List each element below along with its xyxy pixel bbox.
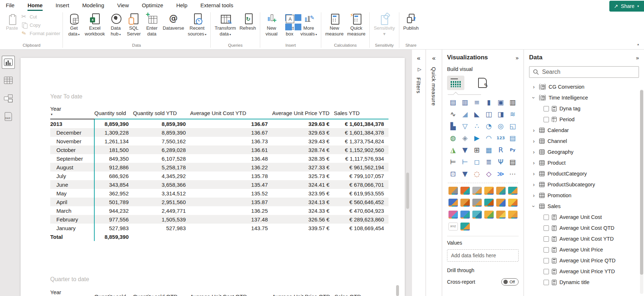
- donut-chart-icon[interactable]: ◎: [495, 121, 507, 131]
- tree-item-dynamic-title[interactable]: Dynamic title: [529, 277, 639, 288]
- treemap-icon[interactable]: ◱: [507, 121, 519, 131]
- column-header-sales-qtd[interactable]: Sales QTD: [335, 289, 389, 296]
- share-button[interactable]: ↗ Share ▾: [609, 1, 644, 12]
- more-visuals-options-icon[interactable]: ⋯: [507, 169, 519, 179]
- custom-visual-16-icon[interactable]: [483, 209, 495, 220]
- tree-item-channel[interactable]: ›Channel: [529, 136, 639, 147]
- tree-item-calendar[interactable]: ›Calendar: [529, 125, 639, 136]
- checkbox-average-unit-price[interactable]: [544, 247, 549, 253]
- custom-visual-15-icon[interactable]: [471, 209, 483, 220]
- tree-item-geography[interactable]: ›Geography: [529, 147, 639, 157]
- dax-query-view-button[interactable]: [2, 110, 14, 123]
- tree-item-average-unit-cost-qtd[interactable]: Average Unit Cost QTD: [529, 223, 639, 233]
- table-row-april[interactable]: April501,7892,951,560135.87324.13 €€ 560…: [50, 198, 388, 206]
- 100-stacked-column-chart-icon[interactable]: ▥: [507, 97, 519, 107]
- values-field-well[interactable]: Add data fields here: [447, 249, 519, 262]
- qa-visual-icon[interactable]: ◻: [471, 157, 483, 167]
- table-row-july[interactable]: July686,9264,345,292135.78325.73 €€ 799,…: [50, 172, 388, 180]
- table-row-november[interactable]: November1,261,1347,550,162136.73329.43 €…: [50, 137, 388, 145]
- report-view-button[interactable]: [2, 56, 14, 68]
- cut-button[interactable]: Cut: [21, 13, 60, 20]
- area-chart-icon[interactable]: ◢: [459, 109, 471, 119]
- tab-help[interactable]: Help: [176, 2, 188, 10]
- checkbox-average-unit-price-ytd[interactable]: [544, 269, 549, 274]
- metrics-icon[interactable]: Ψ: [495, 157, 507, 167]
- sensitivity-button[interactable]: Sensitivity▾: [372, 12, 397, 38]
- custom-visual-10-icon[interactable]: [483, 197, 495, 208]
- chevron-collapsed-icon[interactable]: ›: [531, 171, 536, 177]
- column-header-quantity-sold[interactable]: Quantity sold: [94, 106, 133, 119]
- table-row-january[interactable]: January527,983527,983143.75339.57 €€ 108…: [50, 224, 388, 232]
- excel-workbook-button[interactable]: Excelworkbook: [83, 12, 107, 38]
- checkbox-average-unit-cost-qtd[interactable]: [544, 225, 549, 231]
- qtd-table[interactable]: Year▼Quantity soldQuantity sold QTDAvera…: [50, 289, 389, 296]
- custom-visual-17-icon[interactable]: [495, 209, 507, 220]
- ribbon-chart-icon[interactable]: ≋: [507, 109, 519, 119]
- r-script-visual-icon[interactable]: R: [495, 145, 507, 155]
- tree-item-productsubcategory[interactable]: ›ProductSubcategory: [529, 179, 639, 190]
- quick-measure-pane-collapsed[interactable]: « Quick measure: [426, 50, 442, 296]
- tree-item-product[interactable]: ›Product: [529, 157, 639, 168]
- custom-visual-14-icon[interactable]: [459, 209, 471, 220]
- matrix-icon[interactable]: ▦: [483, 145, 495, 155]
- more-visuals-button[interactable]: Morevisuals▾: [299, 12, 319, 38]
- line-and-clustered-column-chart-icon[interactable]: ◨: [495, 109, 507, 119]
- filters-pane-collapsed[interactable]: « ▽ Filters: [412, 50, 425, 296]
- stacked-bar-chart-icon[interactable]: ▤: [447, 97, 459, 107]
- dataverse-button[interactable]: Dataverse: [161, 12, 186, 32]
- format-visual-tab[interactable]: [474, 76, 491, 90]
- python-visual-icon[interactable]: Py: [507, 145, 519, 155]
- expand-pane-icon[interactable]: «: [417, 55, 420, 62]
- column-header-average-unit-price-ytd[interactable]: Average Unit Price YTD: [272, 106, 334, 119]
- column-header-year[interactable]: Year▼: [50, 106, 94, 119]
- column-header-average-unit-price-qtd[interactable]: Average Unit Price QTD: [272, 289, 335, 296]
- ytd-table[interactable]: Year▼Quantity soldQuantity sold YTDAvera…: [50, 106, 388, 241]
- cross-report-toggle[interactable]: Off: [501, 278, 519, 286]
- slicer-icon[interactable]: ▼: [459, 145, 471, 155]
- checkbox-average-unit-cost[interactable]: [544, 215, 549, 220]
- recent-sources-button[interactable]: Recentsources▾: [186, 12, 208, 38]
- custom-visual-8-icon[interactable]: [459, 197, 471, 208]
- tab-optimize[interactable]: Optimize: [142, 2, 163, 10]
- search-input[interactable]: Search: [529, 66, 639, 78]
- chevron-expanded-icon[interactable]: ›: [531, 95, 537, 100]
- tree-item-average-unit-price[interactable]: Average Unit Price: [529, 244, 639, 255]
- 100-stacked-bar-chart-icon[interactable]: ▣: [495, 97, 507, 107]
- chevron-collapsed-icon[interactable]: ›: [531, 182, 536, 187]
- collapse-panel-icon[interactable]: »: [516, 55, 519, 61]
- kpi-icon[interactable]: ◮: [447, 145, 459, 155]
- data-hub-button[interactable]: Datahub▾: [107, 12, 125, 38]
- custom-visual-3-icon[interactable]: [471, 185, 483, 196]
- column-header-sales-ytd[interactable]: Sales YTD: [334, 106, 388, 119]
- waterfall-chart-icon[interactable]: ▙: [447, 121, 459, 131]
- stacked-area-chart-icon[interactable]: ◣: [471, 109, 483, 119]
- key-influencers-icon[interactable]: ⊨: [447, 157, 459, 167]
- transform-data-button[interactable]: Transformdata▾: [213, 12, 238, 38]
- refresh-button[interactable]: Refresh: [238, 12, 258, 32]
- tab-external-tools[interactable]: External tools: [201, 2, 233, 10]
- table-row-december[interactable]: December1,309,2288,859,390136.67329.63 €…: [50, 128, 388, 137]
- tree-item-sales[interactable]: ›Sales: [529, 201, 639, 212]
- quick-measure-button[interactable]: Quickmeasure: [345, 12, 368, 38]
- new-visual-button[interactable]: Newvisual: [262, 12, 280, 38]
- tree-item-average-unit-cost-ytd[interactable]: Average Unit Cost YTD: [529, 233, 639, 244]
- multi-row-card-icon[interactable]: ▤: [507, 133, 519, 143]
- custom-visual-4-icon[interactable]: [483, 185, 495, 196]
- custom-visual-12-icon[interactable]: [507, 197, 519, 208]
- tab-view[interactable]: View: [117, 2, 129, 10]
- decomposition-tree-icon[interactable]: ⊢: [459, 157, 471, 167]
- smart-narrative-icon[interactable]: ≣: [483, 157, 495, 167]
- tree-item-promotion[interactable]: ›Promotion: [529, 190, 639, 201]
- ribbon-collapse-icon[interactable]: ▴: [637, 42, 639, 46]
- column-header-average-unit-cost-qtd[interactable]: Average Unit Cost QTD: [190, 289, 272, 296]
- tab-modeling[interactable]: Modeling: [82, 2, 104, 10]
- clustered-column-chart-icon[interactable]: ▮: [483, 97, 495, 107]
- column-header-quantity-sold-ytd[interactable]: Quantity sold YTD: [133, 106, 190, 119]
- clustered-bar-chart-icon[interactable]: ≡: [471, 97, 483, 107]
- table-row-september[interactable]: September849,3506,107,528136.48328.35 €€…: [50, 154, 388, 163]
- azure-map-icon[interactable]: ▶: [471, 133, 483, 143]
- custom-visual-6-icon[interactable]: [507, 185, 519, 196]
- get-data-button[interactable]: Getdata▾: [65, 12, 83, 38]
- sql-server-button[interactable]: SQLServer: [125, 12, 143, 38]
- ytd-table-visual[interactable]: Year To date Year▼Quantity soldQuantity …: [50, 93, 388, 241]
